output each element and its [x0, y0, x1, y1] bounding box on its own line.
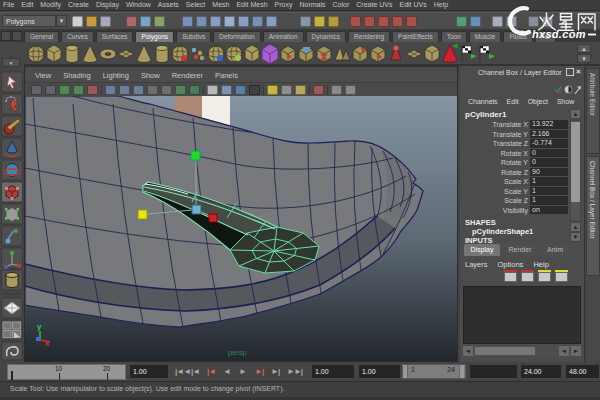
svg-text:hxsd.com: hxsd.com [532, 28, 586, 40]
svg-text:y: y [37, 322, 42, 331]
svg-text:persp: persp [228, 348, 247, 357]
svg-text:x: x [45, 339, 50, 348]
